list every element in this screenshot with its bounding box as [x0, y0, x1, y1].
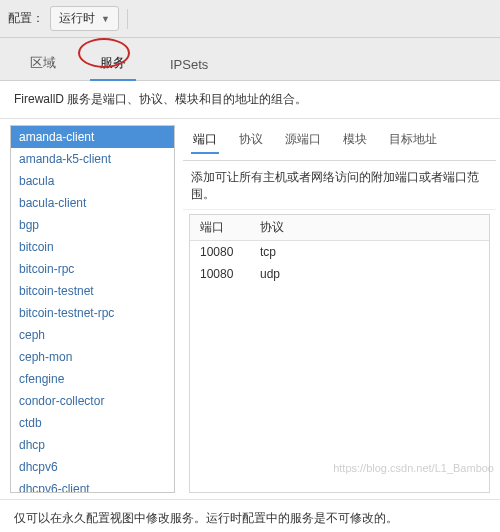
service-item[interactable]: bgp	[11, 214, 174, 236]
detail-pane: 端口协议源端口模块目标地址 添加可让所有主机或者网络访问的附加端口或者端口范围。…	[183, 125, 496, 493]
service-item[interactable]: bitcoin-rpc	[11, 258, 174, 280]
service-item[interactable]: cfengine	[11, 368, 174, 390]
service-item[interactable]: condor-collector	[11, 390, 174, 412]
service-item[interactable]: bitcoin-testnet-rpc	[11, 302, 174, 324]
service-item[interactable]: ceph-mon	[11, 346, 174, 368]
tab-1[interactable]: 服务	[90, 48, 136, 80]
config-value: 运行时	[59, 10, 95, 27]
detail-description: 添加可让所有主机或者网络访问的附加端口或者端口范围。	[183, 161, 496, 210]
port-table: 端口 协议 10080tcp10080udp	[189, 214, 490, 493]
service-item[interactable]: bacula	[11, 170, 174, 192]
tab-0[interactable]: 区域	[20, 48, 66, 80]
tab-2[interactable]: IPSets	[160, 51, 218, 80]
detail-tab-3[interactable]: 模块	[341, 129, 369, 154]
table-row[interactable]: 10080udp	[190, 263, 489, 285]
detail-tab-0[interactable]: 端口	[191, 129, 219, 154]
detail-tab-2[interactable]: 源端口	[283, 129, 323, 154]
cell-port: 10080	[190, 263, 250, 285]
service-item[interactable]: ctdb	[11, 412, 174, 434]
port-table-header: 端口 协议	[190, 215, 489, 241]
service-item[interactable]: amanda-client	[11, 126, 174, 148]
service-item[interactable]: bitcoin	[11, 236, 174, 258]
toolbar: 配置： 运行时 ▼	[0, 0, 500, 38]
service-item[interactable]: dhcpv6	[11, 456, 174, 478]
toolbar-separator	[127, 9, 128, 29]
header-protocol[interactable]: 协议	[250, 215, 489, 240]
config-label: 配置：	[8, 10, 44, 27]
service-item[interactable]: bacula-client	[11, 192, 174, 214]
service-item[interactable]: dhcpv6-client	[11, 478, 174, 493]
cell-port: 10080	[190, 241, 250, 263]
config-dropdown[interactable]: 运行时 ▼	[50, 6, 119, 31]
service-item[interactable]: dhcp	[11, 434, 174, 456]
cell-protocol: udp	[250, 263, 489, 285]
service-item[interactable]: amanda-k5-client	[11, 148, 174, 170]
footer-note: 仅可以在永久配置视图中修改服务。运行时配置中的服务是不可修改的。	[0, 499, 500, 532]
service-item[interactable]: ceph	[11, 324, 174, 346]
service-item[interactable]: bitcoin-testnet	[11, 280, 174, 302]
table-row[interactable]: 10080tcp	[190, 241, 489, 263]
chevron-down-icon: ▼	[101, 14, 110, 24]
service-description: FirewallD 服务是端口、协议、模块和目的地址的组合。	[0, 81, 500, 119]
detail-tabs: 端口协议源端口模块目标地址	[183, 125, 496, 161]
service-list[interactable]: amanda-clientamanda-k5-clientbaculabacul…	[10, 125, 175, 493]
main-tabs: 区域服务IPSets	[0, 38, 500, 81]
content-area: amanda-clientamanda-k5-clientbaculabacul…	[0, 119, 500, 499]
detail-tab-1[interactable]: 协议	[237, 129, 265, 154]
cell-protocol: tcp	[250, 241, 489, 263]
detail-tab-4[interactable]: 目标地址	[387, 129, 439, 154]
header-port[interactable]: 端口	[190, 215, 250, 240]
